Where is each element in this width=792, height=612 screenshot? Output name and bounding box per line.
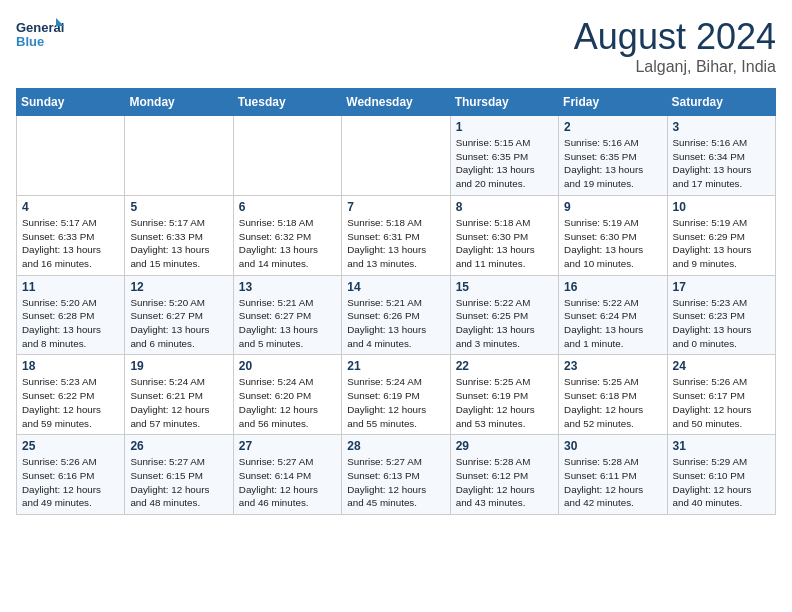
weekday-header-row: SundayMondayTuesdayWednesdayThursdayFrid… xyxy=(17,89,776,116)
calendar-week-5: 25Sunrise: 5:26 AMSunset: 6:16 PMDayligh… xyxy=(17,435,776,515)
cell-content: Sunrise: 5:25 AMSunset: 6:18 PMDaylight:… xyxy=(564,375,661,430)
calendar-cell-week2-day3: 7Sunrise: 5:18 AMSunset: 6:31 PMDaylight… xyxy=(342,195,450,275)
day-number: 17 xyxy=(673,280,770,294)
calendar-cell-week4-day4: 22Sunrise: 5:25 AMSunset: 6:19 PMDayligh… xyxy=(450,355,558,435)
cell-content: Sunrise: 5:22 AMSunset: 6:24 PMDaylight:… xyxy=(564,296,661,351)
cell-content: Sunrise: 5:20 AMSunset: 6:27 PMDaylight:… xyxy=(130,296,227,351)
cell-content: Sunrise: 5:15 AMSunset: 6:35 PMDaylight:… xyxy=(456,136,553,191)
calendar-cell-week3-day0: 11Sunrise: 5:20 AMSunset: 6:28 PMDayligh… xyxy=(17,275,125,355)
weekday-header-wednesday: Wednesday xyxy=(342,89,450,116)
calendar-cell-week1-day6: 3Sunrise: 5:16 AMSunset: 6:34 PMDaylight… xyxy=(667,116,775,196)
cell-content: Sunrise: 5:29 AMSunset: 6:10 PMDaylight:… xyxy=(673,455,770,510)
cell-content: Sunrise: 5:18 AMSunset: 6:31 PMDaylight:… xyxy=(347,216,444,271)
calendar-cell-week3-day6: 17Sunrise: 5:23 AMSunset: 6:23 PMDayligh… xyxy=(667,275,775,355)
calendar-cell-week5-day3: 28Sunrise: 5:27 AMSunset: 6:13 PMDayligh… xyxy=(342,435,450,515)
day-number: 19 xyxy=(130,359,227,373)
cell-content: Sunrise: 5:24 AMSunset: 6:21 PMDaylight:… xyxy=(130,375,227,430)
day-number: 22 xyxy=(456,359,553,373)
day-number: 5 xyxy=(130,200,227,214)
day-number: 2 xyxy=(564,120,661,134)
cell-content: Sunrise: 5:26 AMSunset: 6:16 PMDaylight:… xyxy=(22,455,119,510)
cell-content: Sunrise: 5:19 AMSunset: 6:30 PMDaylight:… xyxy=(564,216,661,271)
calendar-week-1: 1Sunrise: 5:15 AMSunset: 6:35 PMDaylight… xyxy=(17,116,776,196)
weekday-header-saturday: Saturday xyxy=(667,89,775,116)
cell-content: Sunrise: 5:17 AMSunset: 6:33 PMDaylight:… xyxy=(130,216,227,271)
location: Lalganj, Bihar, India xyxy=(574,58,776,76)
day-number: 15 xyxy=(456,280,553,294)
cell-content: Sunrise: 5:28 AMSunset: 6:11 PMDaylight:… xyxy=(564,455,661,510)
day-number: 24 xyxy=(673,359,770,373)
cell-content: Sunrise: 5:27 AMSunset: 6:14 PMDaylight:… xyxy=(239,455,336,510)
day-number: 27 xyxy=(239,439,336,453)
day-number: 21 xyxy=(347,359,444,373)
calendar-cell-week2-day1: 5Sunrise: 5:17 AMSunset: 6:33 PMDaylight… xyxy=(125,195,233,275)
cell-content: Sunrise: 5:22 AMSunset: 6:25 PMDaylight:… xyxy=(456,296,553,351)
calendar-cell-week4-day3: 21Sunrise: 5:24 AMSunset: 6:19 PMDayligh… xyxy=(342,355,450,435)
weekday-header-monday: Monday xyxy=(125,89,233,116)
day-number: 11 xyxy=(22,280,119,294)
calendar-cell-week1-day3 xyxy=(342,116,450,196)
cell-content: Sunrise: 5:18 AMSunset: 6:30 PMDaylight:… xyxy=(456,216,553,271)
calendar-cell-week4-day6: 24Sunrise: 5:26 AMSunset: 6:17 PMDayligh… xyxy=(667,355,775,435)
calendar-cell-week2-day6: 10Sunrise: 5:19 AMSunset: 6:29 PMDayligh… xyxy=(667,195,775,275)
day-number: 6 xyxy=(239,200,336,214)
calendar-cell-week3-day3: 14Sunrise: 5:21 AMSunset: 6:26 PMDayligh… xyxy=(342,275,450,355)
calendar-cell-week3-day2: 13Sunrise: 5:21 AMSunset: 6:27 PMDayligh… xyxy=(233,275,341,355)
calendar-cell-week5-day1: 26Sunrise: 5:27 AMSunset: 6:15 PMDayligh… xyxy=(125,435,233,515)
day-number: 10 xyxy=(673,200,770,214)
calendar-week-3: 11Sunrise: 5:20 AMSunset: 6:28 PMDayligh… xyxy=(17,275,776,355)
logo: General Blue xyxy=(16,16,66,58)
day-number: 30 xyxy=(564,439,661,453)
calendar-cell-week3-day1: 12Sunrise: 5:20 AMSunset: 6:27 PMDayligh… xyxy=(125,275,233,355)
day-number: 9 xyxy=(564,200,661,214)
calendar-cell-week2-day2: 6Sunrise: 5:18 AMSunset: 6:32 PMDaylight… xyxy=(233,195,341,275)
cell-content: Sunrise: 5:16 AMSunset: 6:35 PMDaylight:… xyxy=(564,136,661,191)
day-number: 23 xyxy=(564,359,661,373)
cell-content: Sunrise: 5:21 AMSunset: 6:27 PMDaylight:… xyxy=(239,296,336,351)
cell-content: Sunrise: 5:28 AMSunset: 6:12 PMDaylight:… xyxy=(456,455,553,510)
day-number: 29 xyxy=(456,439,553,453)
calendar-cell-week1-day1 xyxy=(125,116,233,196)
day-number: 16 xyxy=(564,280,661,294)
day-number: 18 xyxy=(22,359,119,373)
cell-content: Sunrise: 5:24 AMSunset: 6:19 PMDaylight:… xyxy=(347,375,444,430)
calendar-cell-week5-day5: 30Sunrise: 5:28 AMSunset: 6:11 PMDayligh… xyxy=(559,435,667,515)
calendar-cell-week5-day6: 31Sunrise: 5:29 AMSunset: 6:10 PMDayligh… xyxy=(667,435,775,515)
cell-content: Sunrise: 5:20 AMSunset: 6:28 PMDaylight:… xyxy=(22,296,119,351)
day-number: 14 xyxy=(347,280,444,294)
calendar-cell-week3-day5: 16Sunrise: 5:22 AMSunset: 6:24 PMDayligh… xyxy=(559,275,667,355)
calendar-cell-week4-day0: 18Sunrise: 5:23 AMSunset: 6:22 PMDayligh… xyxy=(17,355,125,435)
calendar-cell-week2-day0: 4Sunrise: 5:17 AMSunset: 6:33 PMDaylight… xyxy=(17,195,125,275)
cell-content: Sunrise: 5:19 AMSunset: 6:29 PMDaylight:… xyxy=(673,216,770,271)
cell-content: Sunrise: 5:17 AMSunset: 6:33 PMDaylight:… xyxy=(22,216,119,271)
calendar-cell-week1-day5: 2Sunrise: 5:16 AMSunset: 6:35 PMDaylight… xyxy=(559,116,667,196)
day-number: 8 xyxy=(456,200,553,214)
cell-content: Sunrise: 5:16 AMSunset: 6:34 PMDaylight:… xyxy=(673,136,770,191)
cell-content: Sunrise: 5:23 AMSunset: 6:23 PMDaylight:… xyxy=(673,296,770,351)
svg-text:Blue: Blue xyxy=(16,34,44,49)
logo-svg: General Blue xyxy=(16,16,66,58)
weekday-header-thursday: Thursday xyxy=(450,89,558,116)
weekday-header-tuesday: Tuesday xyxy=(233,89,341,116)
day-number: 26 xyxy=(130,439,227,453)
day-number: 20 xyxy=(239,359,336,373)
cell-content: Sunrise: 5:23 AMSunset: 6:22 PMDaylight:… xyxy=(22,375,119,430)
calendar-week-2: 4Sunrise: 5:17 AMSunset: 6:33 PMDaylight… xyxy=(17,195,776,275)
calendar-cell-week1-day2 xyxy=(233,116,341,196)
page-header: General Blue August 2024 Lalganj, Bihar,… xyxy=(16,16,776,76)
cell-content: Sunrise: 5:27 AMSunset: 6:15 PMDaylight:… xyxy=(130,455,227,510)
calendar-cell-week2-day5: 9Sunrise: 5:19 AMSunset: 6:30 PMDaylight… xyxy=(559,195,667,275)
day-number: 4 xyxy=(22,200,119,214)
cell-content: Sunrise: 5:25 AMSunset: 6:19 PMDaylight:… xyxy=(456,375,553,430)
calendar-table: SundayMondayTuesdayWednesdayThursdayFrid… xyxy=(16,88,776,515)
cell-content: Sunrise: 5:26 AMSunset: 6:17 PMDaylight:… xyxy=(673,375,770,430)
day-number: 3 xyxy=(673,120,770,134)
calendar-cell-week5-day2: 27Sunrise: 5:27 AMSunset: 6:14 PMDayligh… xyxy=(233,435,341,515)
calendar-cell-week1-day0 xyxy=(17,116,125,196)
calendar-cell-week5-day0: 25Sunrise: 5:26 AMSunset: 6:16 PMDayligh… xyxy=(17,435,125,515)
calendar-cell-week3-day4: 15Sunrise: 5:22 AMSunset: 6:25 PMDayligh… xyxy=(450,275,558,355)
month-title: August 2024 xyxy=(574,16,776,58)
day-number: 7 xyxy=(347,200,444,214)
weekday-header-friday: Friday xyxy=(559,89,667,116)
calendar-cell-week5-day4: 29Sunrise: 5:28 AMSunset: 6:12 PMDayligh… xyxy=(450,435,558,515)
